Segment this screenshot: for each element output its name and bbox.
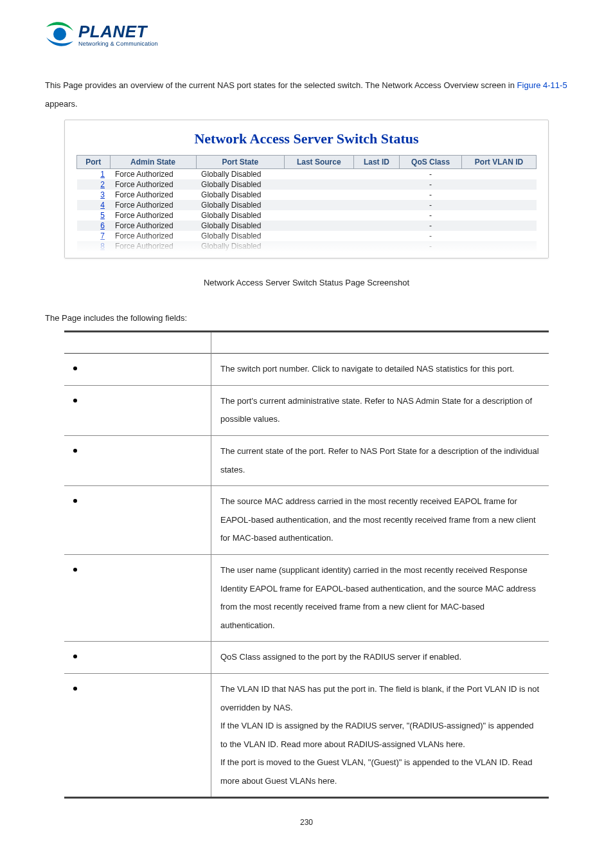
nas-table-row: 8Force AuthorizedGlobally Disabled- [77, 241, 537, 251]
field-row: The user name (supplicant identity) carr… [64, 554, 549, 641]
last-id-cell [353, 200, 400, 210]
col-last-source: Last Source [284, 156, 353, 169]
screenshot-panel: Network Access Server Switch Status Port… [64, 120, 549, 258]
port-link[interactable]: 1 [77, 169, 111, 180]
port-state-cell: Globally Disabled [196, 190, 284, 200]
nas-table-row: 3Force AuthorizedGlobally Disabled- [77, 190, 537, 200]
port-vlan-cell [461, 179, 536, 190]
last-id-cell [353, 179, 400, 190]
field-object-cell [64, 354, 211, 386]
port-link[interactable]: 5 [77, 210, 111, 221]
field-description-cell: The port's current administrative state.… [211, 385, 549, 435]
field-row: QoS Class assigned to the port by the RA… [64, 642, 549, 674]
nas-table-row: 5Force AuthorizedGlobally Disabled- [77, 210, 537, 221]
port-link[interactable]: 7 [77, 231, 111, 241]
port-vlan-cell [461, 241, 536, 251]
col-admin-state: Admin State [110, 156, 196, 169]
qos-class-cell: - [400, 169, 462, 180]
field-row: The current state of the port. Refer to … [64, 435, 549, 485]
qos-class-cell: - [400, 179, 462, 190]
port-vlan-cell [461, 231, 536, 241]
field-description-cell: QoS Class assigned to the port by the RA… [211, 642, 549, 674]
field-row: The VLAN ID that NAS has put the port in… [64, 673, 549, 798]
nas-table-header-row: Port Admin State Port State Last Source … [77, 156, 537, 169]
screenshot-title: Network Access Server Switch Status [76, 131, 537, 147]
port-vlan-cell [461, 210, 536, 221]
last-source-cell [284, 179, 353, 190]
port-vlan-cell [461, 200, 536, 210]
field-object-cell [64, 673, 211, 798]
last-source-cell [284, 200, 353, 210]
nas-table-row: 6Force AuthorizedGlobally Disabled- [77, 221, 537, 231]
admin-state-cell: Force Authorized [110, 241, 196, 251]
port-vlan-cell [461, 190, 536, 200]
admin-state-cell: Force Authorized [110, 210, 196, 221]
col-port: Port [77, 156, 111, 169]
logo-block: PLANET Networking & Communication [45, 19, 568, 51]
port-state-cell: Globally Disabled [196, 210, 284, 221]
last-source-cell [284, 241, 353, 251]
last-id-cell [353, 241, 400, 251]
port-link[interactable]: 2 [77, 179, 111, 190]
field-row: The switch port number. Click to navigat… [64, 354, 549, 386]
admin-state-cell: Force Authorized [110, 231, 196, 241]
port-link[interactable]: 8 [77, 241, 111, 251]
fields-table: The switch port number. Click to navigat… [64, 330, 549, 799]
intro-text-after: appears. [45, 99, 78, 109]
logo-tagline: Networking & Communication [78, 41, 158, 47]
port-state-cell: Globally Disabled [196, 221, 284, 231]
admin-state-cell: Force Authorized [110, 221, 196, 231]
field-object-cell [64, 486, 211, 555]
nas-status-table: Port Admin State Port State Last Source … [76, 155, 537, 251]
port-state-cell: Globally Disabled [196, 179, 284, 190]
field-object-cell [64, 642, 211, 674]
last-id-cell [353, 169, 400, 180]
document-page: PLANET Networking & Communication This P… [0, 0, 613, 853]
fields-heading: The Page includes the following fields: [45, 313, 568, 323]
intro-text-before: This Page provides an overview of the cu… [45, 80, 517, 90]
bullet-icon [73, 366, 77, 370]
admin-state-cell: Force Authorized [110, 169, 196, 180]
port-link[interactable]: 6 [77, 221, 111, 231]
brand-logo: PLANET Networking & Communication [45, 19, 568, 51]
bullet-icon [73, 687, 77, 691]
col-port-state: Port State [196, 156, 284, 169]
qos-class-cell: - [400, 190, 462, 200]
bullet-icon [73, 499, 77, 503]
nas-table-row: 2Force AuthorizedGlobally Disabled- [77, 179, 537, 190]
logo-name: PLANET [78, 23, 158, 40]
field-description-cell: The VLAN ID that NAS has put the port in… [211, 673, 549, 798]
port-link[interactable]: 4 [77, 200, 111, 210]
field-row: The port's current administrative state.… [64, 385, 549, 435]
port-state-cell: Globally Disabled [196, 231, 284, 241]
port-state-cell: Globally Disabled [196, 169, 284, 180]
intro-paragraph: This Page provides an overview of the cu… [45, 77, 568, 113]
nas-table-row: 1Force AuthorizedGlobally Disabled- [77, 169, 537, 180]
last-source-cell [284, 190, 353, 200]
field-object-cell [64, 435, 211, 485]
port-link[interactable]: 3 [77, 190, 111, 200]
bullet-icon [73, 568, 77, 572]
last-id-cell [353, 231, 400, 241]
port-state-cell: Globally Disabled [196, 241, 284, 251]
last-source-cell [284, 169, 353, 180]
page-number: 230 [45, 818, 568, 827]
last-source-cell [284, 210, 353, 221]
screenshot-caption: Network Access Server Switch Status Page… [45, 278, 568, 287]
field-description-cell: The user name (supplicant identity) carr… [211, 554, 549, 641]
logo-text: PLANET Networking & Communication [78, 23, 158, 47]
field-object-cell [64, 385, 211, 435]
qos-class-cell: - [400, 241, 462, 251]
admin-state-cell: Force Authorized [110, 179, 196, 190]
bullet-icon [73, 655, 77, 658]
qos-class-cell: - [400, 221, 462, 231]
last-source-cell [284, 221, 353, 231]
nas-table-row: 7Force AuthorizedGlobally Disabled- [77, 231, 537, 241]
field-description-cell: The source MAC address carried in the mo… [211, 486, 549, 555]
qos-class-cell: - [400, 210, 462, 221]
field-object-cell [64, 554, 211, 641]
last-id-cell [353, 221, 400, 231]
fields-table-header-row [64, 332, 549, 354]
port-state-cell: Globally Disabled [196, 200, 284, 210]
nas-table-row: 4Force AuthorizedGlobally Disabled- [77, 200, 537, 210]
